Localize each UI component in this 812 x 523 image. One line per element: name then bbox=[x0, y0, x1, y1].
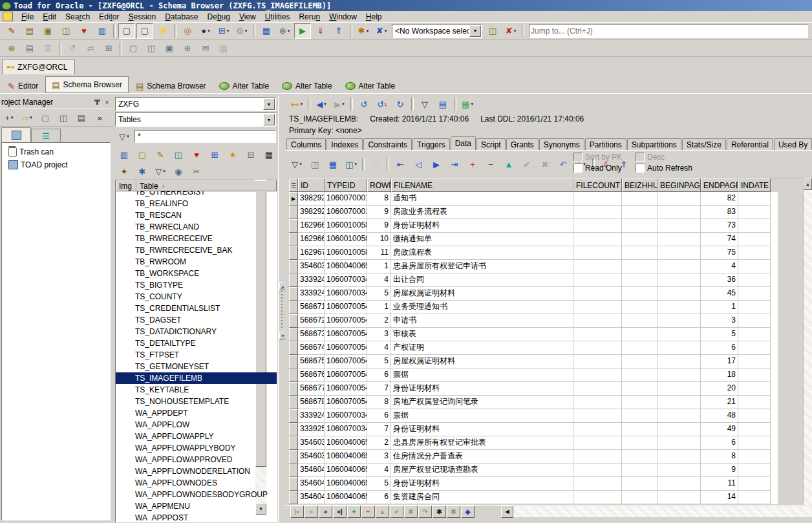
cell-typeid[interactable]: 1060070034 bbox=[325, 409, 367, 423]
tab-stats-size[interactable]: Stats/Size bbox=[682, 138, 726, 150]
window-tab-editor[interactable]: ✎Editor bbox=[2, 79, 44, 93]
cell-indate[interactable] bbox=[738, 382, 771, 396]
cell-beizhhu[interactable] bbox=[622, 423, 657, 436]
cell-beginpage[interactable] bbox=[657, 273, 701, 287]
cell-rowno[interactable]: 3 bbox=[367, 450, 391, 464]
cell-id[interactable]: 3546038 bbox=[298, 436, 325, 450]
back-icon[interactable]: ◀▾ bbox=[313, 96, 330, 112]
list-item[interactable]: TB_RWRECRECEIVE_BAK bbox=[116, 244, 277, 256]
cell-beizhhu[interactable] bbox=[622, 477, 657, 491]
list-header-img[interactable]: Img bbox=[116, 180, 136, 191]
row-selector[interactable] bbox=[289, 219, 298, 233]
cell-indate[interactable] bbox=[738, 192, 771, 206]
column-header-beizhhu[interactable]: BEIZHHU bbox=[622, 178, 657, 192]
column-select-icon[interactable]: ▤ bbox=[434, 96, 451, 112]
row-selector[interactable] bbox=[289, 233, 298, 246]
cell-id[interactable]: 1629668 bbox=[298, 219, 325, 233]
jump-to-box[interactable] bbox=[529, 24, 808, 38]
menu-utilities[interactable]: Utilities bbox=[261, 12, 295, 22]
cell-beizhhu[interactable] bbox=[622, 396, 657, 409]
cell-indate[interactable] bbox=[738, 287, 771, 301]
menu-session[interactable]: Session bbox=[123, 12, 160, 22]
column-header-indate[interactable]: INDATE bbox=[738, 178, 771, 192]
cell-endpage[interactable]: 14 bbox=[701, 491, 738, 504]
cell-endpage[interactable]: 11 bbox=[701, 477, 738, 491]
cell-id[interactable]: 568675 bbox=[298, 355, 325, 368]
cell-beginpage[interactable] bbox=[657, 382, 701, 396]
cell-beginpage[interactable] bbox=[657, 355, 701, 368]
cell-filecount[interactable] bbox=[573, 477, 622, 491]
object-type-select[interactable]: Tables ▼ bbox=[115, 112, 276, 127]
cell-filename[interactable]: 产权证明 bbox=[391, 341, 573, 355]
plug-icon[interactable]: ⊷▾ bbox=[288, 96, 305, 112]
cell-indate[interactable] bbox=[738, 436, 771, 450]
cell-filecount[interactable] bbox=[573, 464, 622, 477]
cell-filecount[interactable] bbox=[573, 423, 622, 436]
cell-rowno[interactable]: 6 bbox=[367, 409, 391, 423]
cell-rowno[interactable]: 5 bbox=[367, 355, 391, 368]
filter-icon[interactable]: ▽ bbox=[416, 96, 433, 112]
refresh-current-icon[interactable]: ↺ bbox=[356, 96, 372, 112]
column-header-filecount[interactable]: FILECOUNT bbox=[573, 178, 622, 192]
cell-beizhhu[interactable] bbox=[622, 341, 657, 355]
menu-file[interactable]: File bbox=[17, 12, 38, 22]
column-header-typeid[interactable]: TYPEID bbox=[325, 178, 367, 192]
cell-endpage[interactable]: 18 bbox=[701, 368, 738, 382]
menu-search[interactable]: Search bbox=[61, 12, 94, 22]
row-selector[interactable] bbox=[289, 273, 298, 287]
column-header-rowno[interactable]: ROWNO bbox=[367, 178, 391, 192]
cell-beginpage[interactable] bbox=[657, 477, 701, 491]
cell-filecount[interactable] bbox=[573, 450, 622, 464]
row-selector[interactable] bbox=[289, 206, 298, 219]
menu-window[interactable]: Window bbox=[325, 12, 361, 22]
editor-window-icon[interactable]: ▣ bbox=[39, 23, 56, 39]
cell-filename[interactable]: 身份证明材料 bbox=[391, 382, 573, 396]
row-selector[interactable] bbox=[289, 260, 298, 273]
cell-beizhhu[interactable] bbox=[622, 491, 657, 504]
row-selector[interactable] bbox=[289, 396, 298, 409]
cell-beizhhu[interactable] bbox=[622, 260, 657, 273]
cell-beizhhu[interactable] bbox=[622, 192, 657, 206]
cell-beginpage[interactable] bbox=[657, 206, 701, 219]
tools-icon[interactable]: ✦ bbox=[116, 164, 133, 179]
cell-rowno[interactable]: 8 bbox=[367, 192, 391, 206]
cell-filename[interactable]: 房屋权属证明材料 bbox=[391, 287, 573, 301]
nav-last-icon[interactable]: »| bbox=[333, 506, 347, 518]
mdi-child-icon[interactable] bbox=[3, 12, 13, 21]
cell-filename[interactable]: 票据 bbox=[391, 368, 573, 382]
cell-endpage[interactable]: 36 bbox=[701, 273, 738, 287]
cell-rowno[interactable]: 9 bbox=[367, 219, 391, 233]
save-project-icon[interactable]: ◫ bbox=[55, 110, 72, 125]
cell-beginpage[interactable] bbox=[657, 287, 701, 301]
filter-icon[interactable]: ▽▾ bbox=[152, 164, 169, 179]
object-search-icon[interactable]: ◎ bbox=[179, 23, 196, 39]
cell-endpage[interactable]: 4 bbox=[701, 260, 738, 273]
row-selector[interactable] bbox=[289, 464, 298, 477]
grid-scroll-up-icon[interactable]: ▲ bbox=[804, 178, 812, 190]
cell-beginpage[interactable] bbox=[657, 192, 701, 206]
cell-indate[interactable] bbox=[738, 355, 771, 368]
cell-indate[interactable] bbox=[738, 477, 771, 491]
grid-vscrollbar[interactable]: ▲ bbox=[803, 178, 812, 505]
tab-partitions[interactable]: Partitions bbox=[585, 138, 626, 150]
list-item[interactable]: TB_RESCAN bbox=[116, 209, 277, 221]
cell-beginpage[interactable] bbox=[657, 396, 701, 409]
cell-endpage[interactable]: 45 bbox=[701, 287, 738, 301]
list-header-table[interactable]: Table▲ bbox=[136, 180, 277, 191]
cell-endpage[interactable]: 3 bbox=[701, 314, 738, 328]
cell-filecount[interactable] bbox=[573, 301, 622, 314]
tab-script[interactable]: Script bbox=[476, 138, 506, 150]
object-type-dropdown-icon[interactable]: ▼ bbox=[263, 114, 275, 125]
row-selector[interactable] bbox=[289, 423, 298, 436]
cell-endpage[interactable]: 6 bbox=[701, 436, 738, 450]
cell-id[interactable]: 3546039 bbox=[298, 450, 325, 464]
calculator-icon[interactable]: ▦ bbox=[261, 147, 277, 162]
add-item-icon[interactable]: +▾ bbox=[1, 110, 17, 125]
cell-indate[interactable] bbox=[738, 206, 771, 219]
tab-subpartitions[interactable]: Subpartitions bbox=[627, 138, 681, 150]
window-tab-alter-table[interactable]: Alter Table bbox=[213, 79, 275, 93]
window-browser-icon[interactable]: ▢ bbox=[136, 23, 153, 39]
cell-filename[interactable]: 房屋产权登记现场查勘表 bbox=[391, 464, 573, 477]
cell-beizhhu[interactable] bbox=[622, 328, 657, 341]
list-item[interactable]: TB_REALINFO bbox=[116, 198, 277, 209]
